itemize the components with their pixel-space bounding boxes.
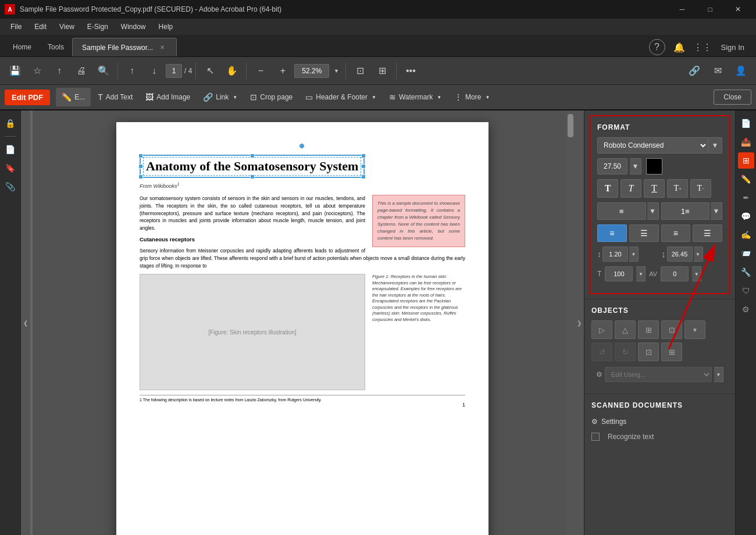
more-button[interactable]: ⋮ More ▼ (448, 88, 495, 106)
align-right-button[interactable]: ≡ (661, 224, 691, 242)
align-justify-button[interactable]: ☰ (693, 224, 722, 242)
close-edit-button[interactable]: Close (714, 90, 751, 105)
text-color-swatch[interactable] (646, 158, 662, 174)
header-footer-button[interactable]: ▭ Header & Footer ▼ (299, 88, 382, 106)
view-options-button[interactable]: ⊞ (372, 60, 393, 81)
fit-page-button[interactable]: ⊡ (350, 60, 370, 81)
crop-page-button[interactable]: ⊡ Crop page (244, 88, 298, 106)
more-tools-sidebar-icon[interactable]: ⚙ (738, 301, 754, 318)
pdf-area[interactable]: Anatomy of the Somatosensory System From… (30, 110, 575, 535)
maximize-button[interactable]: □ (697, 0, 723, 19)
numbered-list-button[interactable]: 1≡ (661, 202, 710, 220)
send-sidebar-icon[interactable]: 📨 (738, 245, 754, 262)
page-number-input[interactable] (166, 64, 182, 78)
menu-view[interactable]: View (54, 20, 80, 33)
move-to-front-button[interactable]: △ (615, 320, 636, 339)
object-dropdown-button[interactable]: ▼ (684, 320, 705, 339)
create-pdf-icon[interactable]: 📄 (738, 115, 754, 131)
recognize-checkbox[interactable] (591, 433, 600, 441)
undo-button[interactable]: ↺ (591, 343, 612, 361)
redo-button[interactable]: ↻ (615, 343, 636, 361)
bullet-list-button[interactable]: ≡ (597, 202, 646, 220)
font-size-input[interactable] (597, 158, 627, 174)
font-family-dropdown[interactable]: ▼ (708, 137, 722, 154)
char-spacing-dropdown[interactable]: ▼ (692, 266, 701, 281)
char-scale-input[interactable] (605, 266, 633, 281)
apps-icon[interactable]: ⋮⋮ (693, 38, 712, 56)
line-spacing-input[interactable] (602, 247, 628, 262)
export-pdf-sidebar-icon[interactable]: 📤 (738, 134, 754, 150)
add-text-button[interactable]: T Add Text (92, 88, 138, 106)
move-forward-button[interactable]: ▷ (591, 320, 612, 339)
back-button[interactable]: ↑ (122, 60, 142, 81)
add-image-button[interactable]: 🖼 Add Image (140, 88, 196, 106)
menu-edit[interactable]: Edit (28, 20, 52, 33)
menu-file[interactable]: File (5, 20, 27, 33)
align-left-button[interactable]: ≡ (597, 224, 627, 242)
upload-button[interactable]: ↑ (49, 60, 70, 81)
more-tools-button[interactable]: ••• (400, 60, 421, 81)
fill-sign-sidebar-icon[interactable]: ✍ (738, 227, 754, 243)
sign-in-button[interactable]: Sign In (716, 41, 749, 54)
italic-button[interactable]: T (621, 179, 641, 198)
tab-close-button[interactable]: ✕ (158, 43, 167, 52)
link-button[interactable]: 🔗 Link ▼ (197, 88, 243, 106)
print-button[interactable]: 🖨 (71, 60, 92, 81)
sidebar-attachment-icon[interactable]: 📎 (2, 179, 19, 195)
help-icon[interactable]: ? (649, 39, 665, 55)
para-spacing-dropdown[interactable]: ▼ (694, 247, 703, 262)
protect-sidebar-icon[interactable]: 🛡 (738, 283, 754, 299)
zoom-in-button[interactable]: + (272, 60, 293, 81)
distribute-button[interactable]: ⊡ (661, 320, 682, 339)
save-button[interactable]: 💾 (5, 60, 26, 81)
superscript-button[interactable]: T+ (667, 179, 688, 198)
left-panel-collapse[interactable]: ❮ (21, 110, 30, 535)
font-family-select[interactable]: Roboto Condensed (597, 137, 708, 154)
bold-button[interactable]: T (597, 179, 618, 198)
select-tool-button[interactable]: ↖ (199, 60, 220, 81)
enhance-sidebar-icon[interactable]: 🔧 (738, 264, 754, 280)
menu-window[interactable]: Window (115, 20, 152, 33)
line-spacing-dropdown[interactable]: ▼ (629, 247, 639, 262)
sidebar-lock-icon[interactable]: 🔒 (2, 115, 19, 131)
watermark-button[interactable]: ≋ Watermark ▼ (383, 88, 447, 106)
subscript-button[interactable]: T− (690, 179, 711, 198)
tab-document[interactable]: Sample File Passwor... ✕ (72, 38, 177, 56)
sidebar-pages-icon[interactable]: 📄 (2, 141, 19, 158)
group-button[interactable]: ⊞ (661, 343, 682, 361)
bullet-dropdown[interactable]: ▼ (647, 202, 659, 220)
numbered-dropdown[interactable]: ▼ (711, 202, 722, 220)
hand-tool-button[interactable]: ✋ (222, 60, 243, 81)
share-button[interactable]: 🔗 (684, 60, 705, 81)
right-panel-collapse[interactable]: ❯ (575, 110, 584, 535)
menu-esign[interactable]: E-Sign (81, 20, 114, 33)
underline-button[interactable]: T (644, 179, 665, 198)
search-button[interactable]: 🔍 (93, 60, 114, 81)
settings-button[interactable]: ⚙ Settings (591, 415, 626, 428)
user-profile-button[interactable]: 👤 (730, 60, 751, 81)
organize-pages-sidebar-icon[interactable]: ⊞ (738, 152, 754, 169)
redact-sidebar-icon[interactable]: ✒ (738, 190, 754, 206)
edit-pdf-sidebar-icon[interactable]: ✏️ (738, 171, 754, 187)
edit-content-button[interactable]: ✏️ E... (56, 88, 91, 106)
crop-object-button[interactable]: ⊡ (638, 343, 659, 361)
tab-tools[interactable]: Tools (40, 38, 72, 56)
font-size-dropdown[interactable]: ▼ (630, 158, 641, 174)
forward-button[interactable]: ↓ (144, 60, 165, 81)
menu-help[interactable]: Help (153, 20, 179, 33)
zoom-input[interactable] (294, 64, 329, 78)
bookmark-button[interactable]: ☆ (27, 60, 48, 81)
align-objects-button[interactable]: ⊞ (638, 320, 659, 339)
zoom-out-button[interactable]: − (250, 60, 271, 81)
tab-home[interactable]: Home (5, 38, 40, 56)
sidebar-bookmark-icon[interactable]: 🔖 (2, 160, 19, 176)
edit-using-dropdown[interactable]: ▼ (714, 367, 723, 382)
align-center-button[interactable]: ☰ (629, 224, 659, 242)
char-spacing-input[interactable] (661, 266, 689, 281)
comment-sidebar-icon[interactable]: 💬 (738, 208, 754, 224)
edit-using-select[interactable]: Edit Using... (605, 367, 712, 382)
minimize-button[interactable]: ─ (669, 0, 696, 19)
char-scale-dropdown[interactable]: ▼ (636, 266, 646, 281)
close-window-button[interactable]: ✕ (725, 0, 751, 19)
send-email-button[interactable]: ✉ (707, 60, 728, 81)
